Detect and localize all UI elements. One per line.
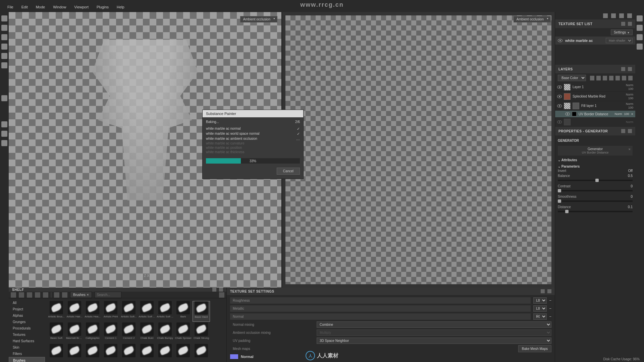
cat-all[interactable]: All <box>9 300 45 306</box>
texture-set-item[interactable]: white marble ac Main shader <box>555 37 635 45</box>
viewport-3d-channel-select[interactable]: Ambient occlusion <box>240 16 277 22</box>
bake-mesh-maps-button[interactable]: Bake Mesh Maps <box>518 345 551 352</box>
brush-item[interactable]: Artistic Brus... <box>48 301 65 322</box>
fill-tool-icon[interactable] <box>1 44 7 50</box>
visibility-icon[interactable] <box>557 85 562 89</box>
baking-icon[interactable] <box>1 131 7 137</box>
remove-generator-icon[interactable]: × <box>629 147 631 151</box>
cat-skin[interactable]: Skin <box>9 344 45 351</box>
cat-procedurals[interactable]: Procedurals <box>9 325 45 331</box>
projection-tool-icon[interactable] <box>1 34 7 40</box>
delete-icon[interactable] <box>628 76 633 80</box>
brush-item[interactable]: Artistic Soft ... <box>156 301 174 322</box>
brush-item[interactable] <box>102 344 119 362</box>
brush-item[interactable]: Artistic Hair... <box>66 301 83 322</box>
material-picker-icon[interactable] <box>1 95 7 101</box>
hide-icon[interactable] <box>35 292 40 298</box>
folder-icon[interactable] <box>11 292 16 298</box>
normal-map-thumb[interactable] <box>230 354 238 359</box>
layer-thumb[interactable] <box>564 93 571 100</box>
visibility-icon[interactable] <box>558 39 562 42</box>
param-slider[interactable] <box>558 200 633 202</box>
brush-item[interactable]: Chalk Bold <box>138 322 156 343</box>
cat-alphas[interactable]: Alphas <box>9 312 45 319</box>
paint-tool-icon[interactable] <box>1 15 7 21</box>
brush-item[interactable]: Chalk Bumpy <box>156 322 174 343</box>
brush-item[interactable]: Calligraphic <box>84 322 101 343</box>
layer-channel-select[interactable]: Base Color <box>558 75 586 81</box>
render-icon[interactable] <box>627 13 632 18</box>
attributes-section[interactable]: Attributes <box>558 158 633 162</box>
undock-icon[interactable] <box>621 129 625 133</box>
layer-row-hidden[interactable]: Norm <box>555 118 635 127</box>
param-slider[interactable] <box>558 190 633 191</box>
param-slider[interactable] <box>558 211 633 212</box>
close-tab-icon[interactable]: × <box>87 293 89 297</box>
grid-view-icon[interactable] <box>219 292 224 298</box>
brush-item[interactable]: Chalk Spread <box>174 322 192 343</box>
history-icon[interactable] <box>637 34 643 40</box>
brush-item[interactable] <box>174 344 192 362</box>
cat-project[interactable]: Project <box>9 306 45 312</box>
clone-tool-icon[interactable] <box>1 62 7 68</box>
brush-item[interactable] <box>84 344 101 362</box>
brush-item[interactable] <box>193 344 210 362</box>
close-icon[interactable] <box>628 22 632 26</box>
layer-mask-thumb[interactable] <box>573 103 579 109</box>
remove-channel-icon[interactable]: − <box>549 306 551 310</box>
brush-item[interactable]: Bark <box>174 301 192 322</box>
cat-filters[interactable]: Filters <box>9 351 45 357</box>
close-icon[interactable] <box>219 288 223 292</box>
brush-item[interactable]: Artistic Soft... <box>120 301 138 322</box>
cat-hard-surfaces[interactable]: Hard Surfaces <box>9 338 45 344</box>
brush-item[interactable]: Chalk Strong <box>193 322 210 343</box>
layer-thumb[interactable] <box>564 84 571 90</box>
texture-set-settings-dropdown[interactable]: Settings <box>611 29 633 35</box>
brush-item[interactable]: Artistic Soft ... <box>138 301 156 322</box>
refresh-icon[interactable] <box>62 292 67 298</box>
shelf-search-input[interactable] <box>95 292 121 298</box>
brush-item[interactable] <box>48 344 65 362</box>
visibility-icon[interactable] <box>557 120 562 124</box>
menu-edit[interactable]: Edit <box>17 4 32 10</box>
undock-icon[interactable] <box>212 288 216 292</box>
brush-item[interactable] <box>156 344 174 362</box>
shelf-tab-brushes[interactable]: Brushes× <box>70 292 92 298</box>
brush-item[interactable] <box>120 344 138 362</box>
layer-row[interactable]: Spleckled Marble Red Norm100 <box>555 92 635 101</box>
param-slider[interactable] <box>558 180 633 181</box>
brush-item[interactable]: Artistic Print <box>102 301 119 322</box>
normal-format-select[interactable]: RGB16F <box>533 313 547 320</box>
brush-item[interactable]: Artistic Hea... <box>84 301 101 322</box>
import-icon[interactable] <box>43 292 48 298</box>
metallic-format-select[interactable]: L8 <box>533 305 547 312</box>
brush-item[interactable]: Basmati Brus... <box>66 322 83 343</box>
generator-header[interactable]: Generator UV Border Distance × <box>558 146 633 156</box>
menu-file[interactable]: File <box>3 4 17 10</box>
layer-row[interactable]: Fill layer 1 Norm100 <box>555 101 635 111</box>
uv-padding-select[interactable]: 3D Space Neighbor <box>317 338 551 344</box>
viewport-2d-channel-select[interactable]: Ambient occlusion <box>514 16 551 22</box>
close-icon[interactable] <box>547 289 551 293</box>
filter-icon[interactable] <box>54 292 59 298</box>
visibility-icon[interactable] <box>557 104 562 108</box>
close-icon[interactable] <box>628 129 632 133</box>
brush-item[interactable]: Cement 1 <box>102 322 119 343</box>
cancel-button[interactable]: Cancel <box>277 168 300 175</box>
undock-icon[interactable] <box>541 289 545 293</box>
folder-icon[interactable] <box>622 76 626 80</box>
smart-mask-icon[interactable] <box>603 76 607 80</box>
brush-item[interactable] <box>138 344 156 362</box>
effect-icon[interactable] <box>590 76 594 80</box>
remove-effect-icon[interactable]: × <box>631 112 633 116</box>
menu-window[interactable]: Window <box>49 4 70 10</box>
normal-mixing-select[interactable]: Combine <box>317 321 551 328</box>
add-layer-icon[interactable] <box>615 76 620 80</box>
shader-select[interactable]: Main shader <box>606 38 633 43</box>
layer-row[interactable]: Layer 1 Norm100 <box>555 82 635 92</box>
mask-icon[interactable] <box>596 76 601 80</box>
smudge-tool-icon[interactable] <box>1 53 7 59</box>
layer-thumb[interactable] <box>564 103 571 109</box>
menu-viewport[interactable]: Viewport <box>70 4 93 10</box>
brush-item[interactable]: Basic Hard <box>193 301 210 322</box>
